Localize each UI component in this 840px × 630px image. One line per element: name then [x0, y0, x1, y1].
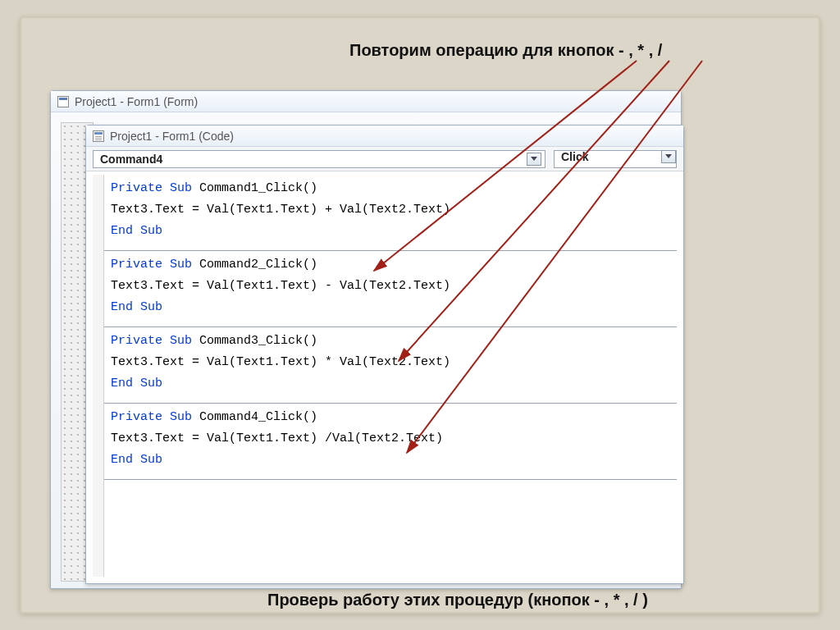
procedure-block: Private Sub Command2_Click() Text3.Text … [104, 251, 677, 327]
slide-heading: Повторим операцию для кнопок - , * , / [349, 41, 662, 60]
code-line: Private Sub Command1_Click() [111, 178, 677, 199]
code-editor[interactable]: Private Sub Command1_Click() Text3.Text … [93, 175, 677, 577]
procedure-combobox[interactable]: Click [554, 150, 677, 168]
procedure-block: Private Sub Command4_Click() Text3.Text … [104, 404, 677, 480]
procedure-block: Private Sub Command3_Click() Text3.Text … [104, 327, 677, 404]
code-gutter [93, 175, 104, 577]
chevron-down-icon[interactable] [527, 153, 541, 166]
form-icon [57, 96, 69, 107]
code-line: Text3.Text = Val(Text1.Text) * Val(Text2… [111, 352, 677, 373]
code-line: Private Sub Command4_Click() [111, 407, 677, 428]
code-line: End Sub [111, 297, 677, 318]
code-line: End Sub [111, 221, 677, 242]
procedure-block: Private Sub Command1_Click() Text3.Text … [104, 175, 677, 251]
code-body[interactable]: Private Sub Command1_Click() Text3.Text … [104, 175, 677, 577]
object-combobox-value: Command4 [100, 153, 162, 166]
code-window-title: Project1 - Form1 (Code) [110, 130, 234, 143]
code-line: Text3.Text = Val(Text1.Text) /Val(Text2.… [111, 428, 677, 450]
code-line: Private Sub Command3_Click() [111, 331, 677, 352]
form-window-title: Project1 - Form1 (Form) [75, 95, 198, 108]
code-titlebar[interactable]: Project1 - Form1 (Code) [86, 126, 683, 147]
code-line: Text3.Text = Val(Text1.Text) + Val(Text2… [111, 199, 677, 221]
slide-footer-text: Проверь работу этих процедур (кнопок - ,… [267, 591, 648, 609]
slide-frame: Повторим операцию для кнопок - , * , / P… [20, 16, 820, 614]
code-icon [93, 130, 104, 142]
code-selectors: Command4 Click [86, 147, 683, 171]
code-line: Text3.Text = Val(Text1.Text) - Val(Text2… [111, 276, 677, 297]
code-line: End Sub [111, 450, 677, 471]
object-combobox[interactable]: Command4 [93, 150, 546, 168]
procedure-combobox-value: Click [561, 146, 588, 167]
form-titlebar[interactable]: Project1 - Form1 (Form) [51, 91, 681, 112]
code-line: Private Sub Command2_Click() [111, 254, 677, 276]
chevron-down-icon[interactable] [661, 150, 676, 163]
code-line: End Sub [111, 373, 677, 395]
code-window: Project1 - Form1 (Code) Command4 Click P… [85, 125, 684, 584]
